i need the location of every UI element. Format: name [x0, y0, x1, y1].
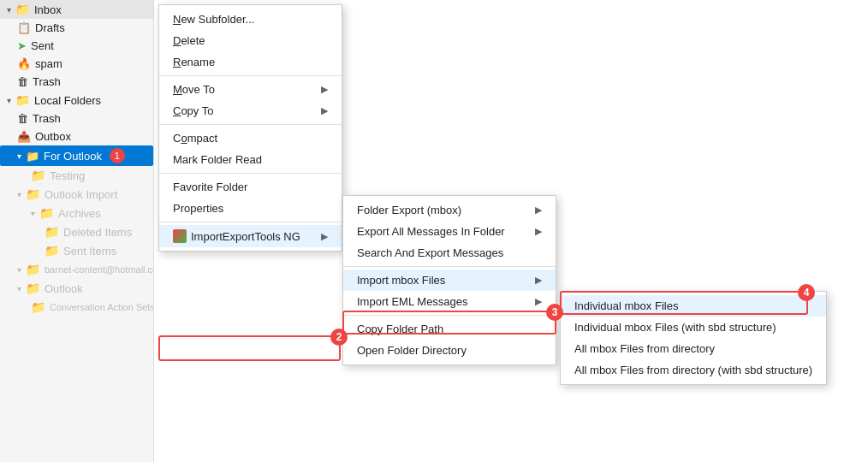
menu-item-label: Rename	[173, 56, 215, 68]
menu-item-label: ImportExportTools NG	[191, 230, 300, 243]
chevron-icon: ▾	[17, 151, 21, 161]
menu-item-label: Import EML Messages	[357, 295, 468, 308]
chevron-icon: ▾	[17, 284, 21, 293]
context-menu-layer: New Subfolder... Delete Rename Move To ▶…	[154, 0, 868, 462]
sidebar-item-archives[interactable]: ▾ 📁 Archives	[0, 204, 153, 222]
menu-item-compact[interactable]: Compact	[159, 127, 342, 149]
sidebar-item-barnet[interactable]: ▾ 📁 barnet-content@hotmail.com	[0, 260, 153, 279]
submenu-arrow-icon: ▶	[535, 275, 542, 286]
sidebar-item-label: Sent	[31, 39, 54, 52]
sidebar-item-label: Drafts	[35, 21, 65, 34]
sidebar: ▾ 📁 Inbox 📋 Drafts ➤ Sent 🔥 spam 🗑 Trash…	[0, 0, 154, 462]
sidebar-item-trash-local[interactable]: 🗑 Trash	[0, 110, 153, 127]
menu-item-label: Copy To	[173, 104, 213, 117]
sidebar-item-label: Outbox	[35, 130, 71, 143]
submenu-arrow-icon: ▶	[321, 231, 328, 242]
sidebar-item-label: Testing	[50, 169, 85, 182]
folder-icon: 📁	[15, 3, 30, 16]
menu-item-label: New Subfolder...	[173, 13, 254, 26]
menu-item-favorite-folder[interactable]: Favorite Folder	[159, 176, 342, 198]
sent-icon: ➤	[17, 39, 27, 52]
unread-badge: 1	[110, 148, 125, 163]
submenu-item-search-export[interactable]: Search And Export Messages	[343, 242, 556, 264]
sidebar-item-label: Archives	[58, 207, 101, 220]
separator	[159, 124, 342, 125]
menu-item-properties[interactable]: Properties	[159, 198, 342, 219]
menu-item-label: Open Folder Directory	[357, 344, 467, 357]
submenu-item-import-mbox[interactable]: Import mbox Files ▶	[343, 270, 556, 291]
primary-context-menu: New Subfolder... Delete Rename Move To ▶…	[158, 4, 342, 252]
menu-item-label: Import mbox Files	[357, 274, 445, 287]
submenu-item-open-folder-dir[interactable]: Open Folder Directory	[343, 340, 556, 361]
menu-item-label: Move To	[173, 83, 215, 96]
sidebar-item-label: Trash	[33, 112, 61, 125]
menu-item-delete[interactable]: Delete	[159, 30, 342, 51]
menu-item-label: All mbox Files from directory	[574, 342, 715, 355]
menu-item-label: Individual mbox Files (with sbd structur…	[574, 321, 776, 334]
submenu2-item-all-dir[interactable]: All mbox Files from directory	[561, 338, 826, 359]
menu-item-new-subfolder[interactable]: New Subfolder...	[159, 9, 342, 30]
menu-item-label: Delete	[173, 34, 205, 47]
submenu-arrow-icon: ▶	[535, 226, 542, 237]
sidebar-item-sent-items[interactable]: 📁 Sent Items	[0, 241, 153, 260]
menu-item-importexport-tools[interactable]: ImportExportTools NG ▶	[159, 225, 342, 247]
sidebar-item-conv-action[interactable]: 📁 Conversation Action Sets	[0, 298, 153, 317]
sidebar-item-outbox[interactable]: 📤 Outbox	[0, 127, 153, 145]
submenu-item-folder-export[interactable]: Folder Export (mbox) ▶	[343, 199, 556, 221]
menu-item-label: Mark Folder Read	[173, 153, 262, 166]
sidebar-item-spam[interactable]: 🔥 spam	[0, 55, 153, 73]
main-content: New Subfolder... Delete Rename Move To ▶…	[154, 0, 868, 462]
sidebar-item-label: Deleted Items	[63, 226, 132, 239]
sidebar-item-label: spam	[35, 57, 62, 70]
separator	[159, 173, 342, 174]
sidebar-item-label: barnet-content@hotmail.com	[45, 264, 154, 275]
submenu-item-copy-folder-path[interactable]: Copy Folder Path	[343, 318, 556, 340]
chevron-icon: ▾	[17, 265, 21, 275]
submenu2-item-individual[interactable]: Individual mbox Files	[561, 295, 826, 317]
sidebar-item-sent[interactable]: ➤ Sent	[0, 37, 153, 55]
menu-item-label: Compact	[173, 132, 217, 145]
separator	[159, 222, 342, 222]
sidebar-item-label: Conversation Action Sets	[50, 302, 154, 312]
sidebar-item-outlook[interactable]: ▾ 📁 Outlook	[0, 279, 153, 298]
menu-item-label: Favorite Folder	[173, 181, 247, 193]
outbox-icon: 📤	[17, 130, 31, 143]
sidebar-item-label: Outlook	[45, 282, 83, 295]
submenu-importexport: Folder Export (mbox) ▶ Export All Messag…	[342, 195, 556, 365]
submenu-arrow-icon: ▶	[535, 296, 542, 307]
folder-icon: 📁	[31, 169, 45, 182]
menu-item-rename[interactable]: Rename	[159, 51, 342, 73]
sidebar-item-label: Trash	[33, 75, 61, 88]
sidebar-item-testing[interactable]: 📁 Testing	[0, 166, 153, 185]
sidebar-item-label: For Outlook	[44, 150, 102, 163]
menu-item-move-to[interactable]: Move To ▶	[159, 79, 342, 100]
submenu-item-import-eml[interactable]: Import EML Messages ▶	[343, 291, 556, 312]
submenu-import-mbox: Individual mbox Files Individual mbox Fi…	[560, 291, 827, 385]
separator	[343, 315, 556, 316]
sidebar-item-outlook-import[interactable]: ▾ 📁 Outlook Import	[0, 185, 153, 204]
trash-icon: 🗑	[17, 112, 28, 125]
sidebar-item-deleted-items[interactable]: 📁 Deleted Items	[0, 222, 153, 241]
menu-item-label: Export All Messages In Folder	[357, 225, 505, 238]
sidebar-item-for-outlook[interactable]: ▾ 📁 For Outlook 1	[0, 145, 153, 166]
folder-icon: 📁	[39, 206, 54, 220]
menu-item-mark-folder-read[interactable]: Mark Folder Read	[159, 149, 342, 170]
submenu2-item-individual-sbd[interactable]: Individual mbox Files (with sbd structur…	[561, 317, 826, 338]
chevron-icon: ▾	[7, 5, 11, 15]
chevron-icon: ▾	[17, 190, 21, 199]
submenu-arrow-icon: ▶	[321, 84, 328, 95]
separator	[343, 266, 556, 267]
sidebar-item-local-folders[interactable]: ▾ 📁 Local Folders	[0, 91, 153, 110]
sidebar-item-drafts[interactable]: 📋 Drafts	[0, 19, 153, 37]
submenu2-item-all-dir-sbd[interactable]: All mbox Files from directory (with sbd …	[561, 359, 826, 381]
chevron-icon: ▾	[7, 96, 11, 105]
folder-icon: 📁	[26, 187, 40, 201]
spam-icon: 🔥	[17, 57, 31, 70]
menu-item-copy-to[interactable]: Copy To ▶	[159, 100, 342, 121]
sidebar-item-label: Sent Items	[63, 245, 116, 258]
submenu-item-export-all[interactable]: Export All Messages In Folder ▶	[343, 221, 556, 242]
importexport-icon	[173, 229, 187, 243]
sidebar-item-trash-inbox[interactable]: 🗑 Trash	[0, 73, 153, 91]
sidebar-item-inbox[interactable]: ▾ 📁 Inbox	[0, 0, 153, 19]
folder-icon: 📁	[45, 225, 59, 239]
